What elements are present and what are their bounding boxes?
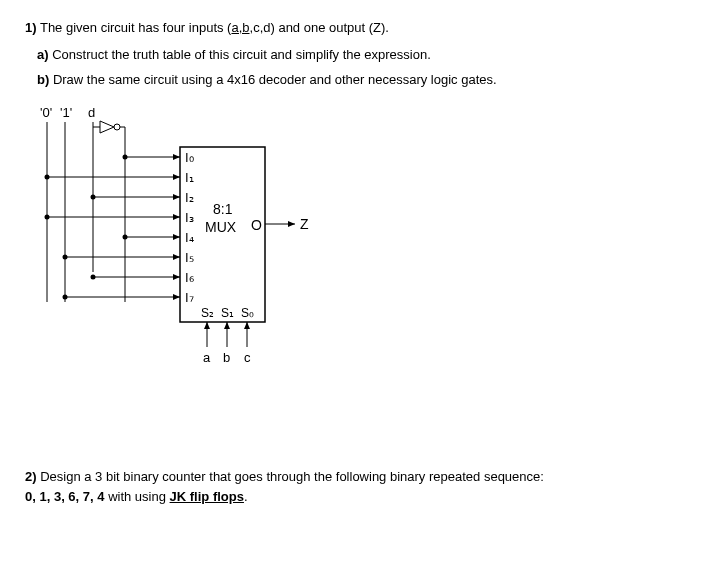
q1-a-text: Construct the truth table of this circui… — [52, 47, 431, 62]
question-2: 2) Design a 3 bit binary counter that go… — [25, 467, 682, 506]
label-i5: I₅ — [185, 250, 194, 265]
q2-text-before: Design a 3 bit binary counter that goes … — [40, 469, 544, 484]
svg-point-22 — [63, 295, 68, 300]
label-sel-a: a — [203, 350, 211, 365]
q1-b-text: Draw the same circuit using a 4x16 decod… — [53, 72, 497, 87]
label-output-z: Z — [300, 216, 309, 232]
label-sel-b: b — [223, 350, 230, 365]
label-i1: I₁ — [185, 170, 194, 185]
svg-point-12 — [91, 195, 96, 200]
q1-inputs-underlined: a,b — [231, 20, 249, 35]
q2-period: . — [244, 489, 248, 504]
circuit-svg: '0' '1' d I₀ I₁ I₂ I₃ I₄ I₅ I₆ I₇ 8:1 MU… — [35, 102, 385, 382]
label-mux-name: MUX — [205, 219, 237, 235]
svg-point-16 — [123, 235, 128, 240]
svg-point-18 — [63, 255, 68, 260]
q1-intro-before: The given circuit has four inputs ( — [40, 20, 231, 35]
not-gate-triangle — [100, 121, 114, 133]
label-sel-c: c — [244, 350, 251, 365]
label-d: d — [88, 105, 95, 120]
label-i7: I₇ — [185, 290, 194, 305]
label-i6: I₆ — [185, 270, 194, 285]
label-mux-ratio: 8:1 — [213, 201, 233, 217]
label-s1: S₁ — [221, 306, 234, 320]
svg-point-8 — [123, 155, 128, 160]
label-i3: I₃ — [185, 210, 194, 225]
label-zero: '0' — [40, 105, 52, 120]
svg-point-10 — [45, 175, 50, 180]
circuit-diagram: '0' '1' d I₀ I₁ I₂ I₃ I₄ I₅ I₆ I₇ 8:1 MU… — [35, 102, 385, 382]
q1-intro-after: ,c,d) and one output (Z). — [250, 20, 389, 35]
q1-part-a: a) Construct the truth table of this cir… — [37, 47, 682, 62]
svg-point-14 — [45, 215, 50, 220]
label-s0: S₀ — [241, 306, 254, 320]
question-1-header: 1) The given circuit has four inputs (a,… — [25, 20, 682, 35]
label-i0: I₀ — [185, 150, 194, 165]
label-one: '1' — [60, 105, 72, 120]
label-i4: I₄ — [185, 230, 194, 245]
q1-part-b: b) Draw the same circuit using a 4x16 de… — [37, 72, 682, 87]
q2-number: 2) — [25, 469, 37, 484]
label-i2: I₂ — [185, 190, 194, 205]
q1-number: 1) — [25, 20, 37, 35]
label-output-o: O — [251, 217, 262, 233]
svg-point-20 — [91, 275, 96, 280]
label-s2: S₂ — [201, 306, 214, 320]
q2-with-using: with using — [108, 489, 166, 504]
q1-a-label: a) — [37, 47, 49, 62]
q2-sequence: 0, 1, 3, 6, 7, 4 — [25, 489, 105, 504]
q2-flip-flops: JK flip flops — [170, 489, 244, 504]
q1-b-label: b) — [37, 72, 49, 87]
